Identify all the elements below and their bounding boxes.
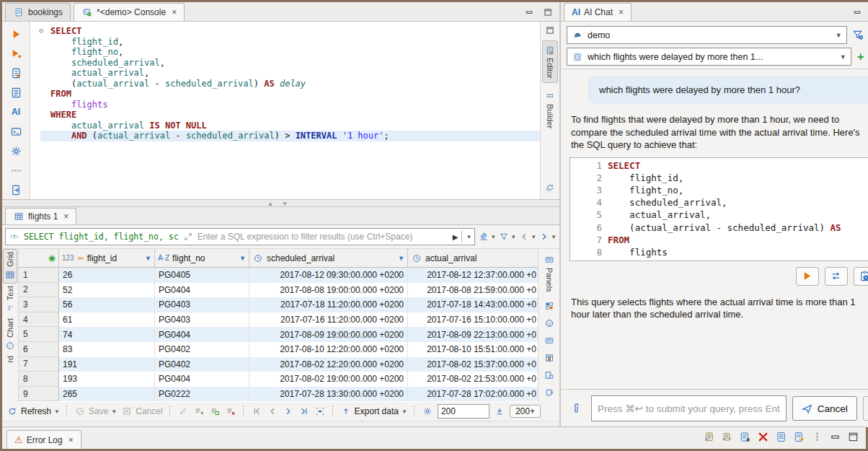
cell[interactable]: 2017-08-10 12:20:00.000 +0200 (249, 342, 408, 357)
editor-results-sash[interactable]: ▲▼ (2, 200, 559, 207)
edit-cell-icon[interactable] (177, 406, 189, 417)
cell[interactable]: 2017-07-28 17:02:00.000 +0 (408, 387, 538, 402)
cell[interactable]: 265 (59, 387, 155, 402)
cell[interactable]: PG0402 (155, 357, 249, 372)
sort-arrow-icon[interactable]: ▼ (239, 255, 246, 262)
tab-editor-vertical[interactable]: Editor (542, 40, 558, 83)
cancel-generation-button[interactable]: Cancel (792, 396, 857, 421)
sql-editor[interactable]: ⊖SELECT flight_id, flight_no, scheduled_… (30, 22, 540, 199)
cell[interactable]: 2017-08-10 15:51:00.000 +0 (408, 342, 538, 357)
grouping-panel-icon[interactable] (544, 369, 555, 381)
voice-input-button[interactable] (863, 396, 868, 421)
view-tab-grid[interactable]: Grid (3, 249, 17, 284)
copy-to-editor-button[interactable] (854, 267, 868, 286)
cell[interactable]: 56 (59, 297, 155, 312)
open-log-icon[interactable] (793, 431, 805, 442)
cell[interactable]: 2017-07-28 13:30:00.000 +0200 (249, 387, 408, 402)
row-number[interactable]: 9 (19, 387, 59, 402)
explain-plan-icon[interactable] (9, 86, 22, 99)
scope-filter-icon[interactable] (853, 30, 864, 41)
add-row-icon[interactable] (193, 406, 205, 417)
cell[interactable]: 61 (59, 312, 155, 328)
row-number[interactable]: 6 (19, 342, 59, 357)
column-header-flight_no[interactable]: A·Zflight_no▼ (155, 249, 249, 267)
cell[interactable]: 2017-08-02 21:53:00.000 +0 (408, 372, 538, 387)
sort-arrow-icon[interactable]: ▼ (398, 255, 404, 262)
refresh-schema-icon[interactable] (544, 182, 556, 193)
sql-terminal-icon[interactable] (9, 125, 22, 138)
column-header-scheduled_arrival[interactable]: scheduled_arrival▼ (249, 249, 408, 267)
cell[interactable]: PG0404 (155, 372, 249, 387)
cell[interactable]: 2017-08-09 22:13:00.000 +0 (408, 327, 538, 342)
assistant-code-block[interactable]: 1SELECT2 flight_id,3 flight_no,4 schedul… (570, 157, 868, 261)
cell[interactable]: PG0405 (155, 268, 249, 283)
cell[interactable]: 2017-08-02 12:20:00.000 +0200 (249, 357, 408, 372)
minimize-icon[interactable] (851, 6, 863, 18)
session-select[interactable]: which flights were delayed by more then … (567, 48, 851, 66)
tab-demo-console[interactable]: *<demo> Console × (74, 3, 185, 21)
filter-input[interactable]: T SELECT flight_id, flight_no, sc Enter … (5, 228, 475, 245)
cell[interactable]: 2017-07-18 14:43:00.000 +0 (408, 297, 538, 312)
cancel-button[interactable]: Cancel (121, 406, 162, 417)
cell[interactable]: PG0403 (155, 312, 249, 328)
cell[interactable]: 2017-08-08 21:59:00.000 +0 (408, 283, 538, 298)
attach-file-button[interactable] (567, 396, 585, 421)
tab-bookings[interactable]: bookings (5, 3, 71, 21)
pin-output-menu-icon[interactable] (721, 431, 732, 442)
cell[interactable]: 191 (59, 357, 155, 372)
minimize-icon[interactable] (829, 431, 841, 442)
cell[interactable]: PG0404 (155, 327, 249, 342)
fetch-size-input[interactable]: 200 (438, 404, 490, 419)
tab-error-log[interactable]: ⚠ Error Log × (6, 430, 81, 449)
column-header-actual_arrival[interactable]: actual_arrival (408, 249, 538, 267)
delete-log-icon[interactable] (757, 431, 769, 442)
tab-builder-vertical[interactable]: Builder (543, 87, 557, 132)
ai-assistant-icon[interactable]: AI (9, 105, 22, 118)
row-number[interactable]: 2 (19, 283, 59, 298)
first-page-icon[interactable] (251, 406, 262, 417)
refresh-button[interactable]: Refresh▼ (6, 406, 60, 417)
references-panel-icon[interactable] (544, 387, 555, 398)
cell[interactable]: 2017-08-12 09:30:00.000 +0200 (249, 268, 408, 283)
focus-row-icon[interactable] (314, 406, 326, 417)
last-page-icon[interactable] (298, 406, 310, 417)
cell[interactable]: 2017-07-16 15:10:00.000 +0 (408, 312, 538, 328)
cell[interactable]: 2017-08-02 15:37:00.000 +0 (408, 357, 538, 372)
cell[interactable]: PG0404 (155, 283, 249, 298)
row-number[interactable]: 4 (19, 312, 59, 328)
row-number[interactable]: 5 (19, 327, 59, 342)
fetch-settings-gear-icon[interactable] (422, 406, 433, 417)
cell[interactable]: PG0403 (155, 297, 249, 312)
cell[interactable]: 26 (59, 268, 155, 283)
prev-page-icon[interactable] (267, 406, 278, 417)
duplicate-row-icon[interactable] (209, 406, 221, 417)
view-tab-text[interactable]: TextT (4, 284, 17, 316)
next-page-icon[interactable] (283, 406, 294, 417)
close-tab-icon[interactable]: × (172, 7, 177, 17)
delete-row-icon[interactable] (225, 406, 236, 417)
cell[interactable]: 52 (59, 283, 155, 298)
column-header-flight_id[interactable]: 123flight_id▼ (59, 249, 155, 267)
compare-sql-button[interactable] (825, 267, 848, 286)
tab-flights-1[interactable]: flights 1 × (5, 208, 76, 224)
clear-log-icon[interactable] (739, 431, 750, 442)
cell[interactable]: 2017-08-02 19:00:00.000 +0200 (249, 372, 408, 387)
chat-query-input[interactable]: Press ⌘↩ to submit your query, press Ent (591, 395, 787, 421)
cell[interactable]: 2017-08-08 19:00:00.000 +0200 (249, 283, 408, 298)
cell[interactable]: PG0402 (155, 342, 249, 357)
history-back-icon[interactable] (518, 231, 530, 242)
aggregate-panel-icon[interactable] (544, 352, 555, 364)
record-mode-icon[interactable] (544, 318, 555, 329)
fetch-all-button[interactable]: 200+ (510, 405, 541, 418)
tab-ai-chat[interactable]: AI AI Chat × (564, 3, 632, 21)
export-from-query-icon[interactable] (9, 183, 22, 196)
view-tab-chart[interactable]: Chart (4, 316, 17, 354)
chat-history[interactable]: which flights were delayed by more then … (561, 69, 868, 389)
row-number[interactable]: 8 (19, 372, 59, 387)
panels-tab[interactable]: Panels (543, 252, 556, 294)
filter-history-icon[interactable]: ▼ (466, 234, 471, 240)
collapse-up-icon[interactable]: ▲ (267, 201, 273, 207)
maximize-icon[interactable] (847, 431, 859, 442)
select-all-corner[interactable]: ◉ (19, 249, 59, 267)
more-dots-icon[interactable] (9, 164, 22, 177)
